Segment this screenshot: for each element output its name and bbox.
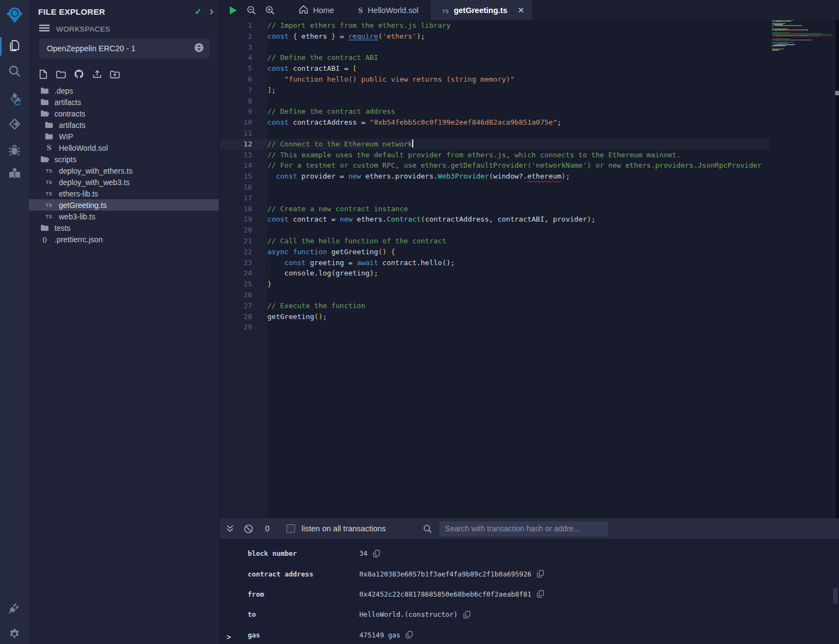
copy-icon[interactable] xyxy=(537,570,544,578)
clear-console-icon[interactable] xyxy=(244,524,253,533)
code-line-25: } xyxy=(219,279,769,290)
new-folder-icon[interactable] xyxy=(56,69,66,79)
editor-scrollbar[interactable] xyxy=(835,20,839,518)
file-explorer-panel: FILE EXPLORER ✓ › WORKSPACES OpenZeppeli… xyxy=(29,0,219,644)
detail-value: 475149 gas xyxy=(359,631,400,639)
upload-folder-icon[interactable] xyxy=(109,69,120,79)
code-line-26 xyxy=(219,290,769,300)
tree-item-wip[interactable]: WIP xyxy=(29,131,219,142)
terminal-search-icon xyxy=(423,524,432,533)
close-tab-icon[interactable]: ✕ xyxy=(518,5,525,15)
tree-item-ethers-lib-ts[interactable]: TSethers-lib.ts xyxy=(29,188,219,199)
code-line-13: // This example uses the default provide… xyxy=(219,150,769,161)
sidebar-icon-search[interactable] xyxy=(0,62,29,83)
ts-file-icon: TS xyxy=(44,180,54,185)
minimap[interactable] xyxy=(772,20,834,518)
transaction-detail-row: gas475149 gas xyxy=(219,625,839,644)
copy-icon[interactable] xyxy=(373,550,380,557)
run-script-button[interactable] xyxy=(224,0,242,20)
tab-getgreeting-ts[interactable]: TSgetGreeting.ts✕ xyxy=(431,0,532,20)
text-cursor xyxy=(412,139,413,148)
tab-helloworld-sol[interactable]: SHelloWorld.sol xyxy=(346,0,431,20)
tab-label: Home xyxy=(313,6,334,15)
zoom-out-icon[interactable] xyxy=(242,0,261,20)
sidebar-icon-learneth[interactable] xyxy=(0,164,29,186)
tree-item-label: ethers-lib.ts xyxy=(59,189,98,198)
listen-transactions-checkbox[interactable] xyxy=(286,524,295,533)
tree-item-contracts[interactable]: contracts xyxy=(29,108,219,119)
sidebar-icon-solidity-compiler[interactable] xyxy=(0,89,29,111)
folder-icon xyxy=(40,99,50,106)
sidebar-icon-file-explorer[interactable] xyxy=(0,35,29,57)
tree-item--deps[interactable]: .deps xyxy=(29,85,219,96)
transaction-search-input[interactable] xyxy=(439,522,608,536)
tree-item-label: scripts xyxy=(54,155,76,164)
solidity-file-icon: S xyxy=(44,144,54,152)
code-line-5: const contractABI = [ xyxy=(219,63,769,74)
code-line-28: getGreeting(); xyxy=(219,311,769,322)
folder-icon xyxy=(44,121,54,128)
tree-item-label: web3-lib.ts xyxy=(59,212,95,221)
deploy-and-run-icon xyxy=(8,117,22,133)
tree-item-label: contracts xyxy=(54,109,85,118)
copy-icon[interactable] xyxy=(463,611,470,618)
code-line-7: ]; xyxy=(219,85,769,96)
new-file-icon[interactable] xyxy=(38,69,48,79)
tree-item--prettierrc-json[interactable]: {}.prettierrc.json xyxy=(29,234,219,245)
editor-region: HomeSHelloWorld.solTSgetGreeting.ts✕ 123… xyxy=(219,0,839,518)
sidebar-icon-remix-logo[interactable] xyxy=(0,5,29,27)
publish-gist-icon[interactable] xyxy=(74,69,84,79)
tree-item-label: artifacts xyxy=(59,121,85,130)
terminal-toolbar: 0 listen on all transactions xyxy=(219,518,839,539)
tree-item-artifacts[interactable]: artifacts xyxy=(29,96,219,108)
code-line-18: // Create a new contract instance xyxy=(219,204,769,214)
tree-item-label: deploy_with_web3.ts xyxy=(59,178,130,187)
tree-item-helloworld-sol[interactable]: SHelloWorld.sol xyxy=(29,142,219,154)
upload-file-icon[interactable] xyxy=(91,69,102,79)
tree-item-label: .prettierrc.json xyxy=(54,235,103,244)
accept-check-icon[interactable]: ✓ xyxy=(194,7,201,17)
tree-item-web3-lib-ts[interactable]: TSweb3-lib.ts xyxy=(29,211,219,222)
tab-bar: HomeSHelloWorld.solTSgetGreeting.ts✕ xyxy=(219,0,839,20)
copy-icon[interactable] xyxy=(406,631,413,639)
code-editor[interactable]: 1234567891011121314151617181920212223242… xyxy=(219,20,839,518)
tab-label: HelloWorld.sol xyxy=(368,6,418,15)
tree-item-label: getGreeting.ts xyxy=(59,201,107,210)
folder-icon xyxy=(40,87,50,94)
workspace-select[interactable]: OpenZeppelin ERC20 - 1 xyxy=(39,39,210,58)
workspaces-label: WORKSPACES xyxy=(56,25,111,33)
chevron-right-icon[interactable]: › xyxy=(210,7,213,16)
code-line-23: const greeting = await contract.hello(); xyxy=(219,257,769,268)
tree-item-getgreeting-ts[interactable]: TSgetGreeting.ts xyxy=(29,199,219,211)
ts-file-icon: TS xyxy=(44,214,54,219)
panel-title: FILE EXPLORER xyxy=(38,7,194,16)
search-icon xyxy=(8,65,21,80)
file-tree: .depsartifactscontractsartifactsWIPSHell… xyxy=(29,85,219,245)
code-line-12: // Connect to the Ethereum network xyxy=(219,139,769,150)
tree-item-tests[interactable]: tests xyxy=(29,222,219,234)
detail-label: contract address xyxy=(248,570,359,578)
sidebar-icon-plugin-manager[interactable] xyxy=(0,598,29,620)
code-line-20 xyxy=(219,225,769,236)
tree-item-label: deploy_with_ethers.ts xyxy=(59,167,132,175)
terminal-prompt[interactable]: > xyxy=(226,633,231,641)
hamburger-menu-icon[interactable] xyxy=(39,24,50,34)
zoom-in-icon[interactable] xyxy=(261,0,279,20)
sidebar-icon-deploy-and-run[interactable] xyxy=(0,114,29,136)
tree-item-scripts[interactable]: scripts xyxy=(29,154,219,165)
tab-home[interactable]: Home xyxy=(287,0,346,20)
ts-file-icon: TS xyxy=(44,168,54,174)
tree-item-deploy-with-ethers-ts[interactable]: TSdeploy_with_ethers.ts xyxy=(29,165,219,176)
terminal-scrollbar-thumb[interactable] xyxy=(833,588,838,604)
editor-scrollbar-thumb[interactable] xyxy=(835,91,839,95)
code-line-22: async function getGreeting() { xyxy=(219,247,769,257)
transaction-detail-row: toHelloWorld.(constructor) xyxy=(219,604,839,624)
expand-terminal-icon[interactable] xyxy=(226,525,234,533)
sidebar-icon-debugger[interactable] xyxy=(0,140,29,162)
tab-label: getGreeting.ts xyxy=(454,6,507,15)
tree-item-artifacts[interactable]: artifacts xyxy=(29,119,219,131)
code-line-29 xyxy=(219,322,769,333)
tree-item-deploy-with-web3-ts[interactable]: TSdeploy_with_web3.ts xyxy=(29,176,219,188)
copy-icon[interactable] xyxy=(537,590,544,598)
sidebar-icon-settings[interactable] xyxy=(0,624,29,644)
